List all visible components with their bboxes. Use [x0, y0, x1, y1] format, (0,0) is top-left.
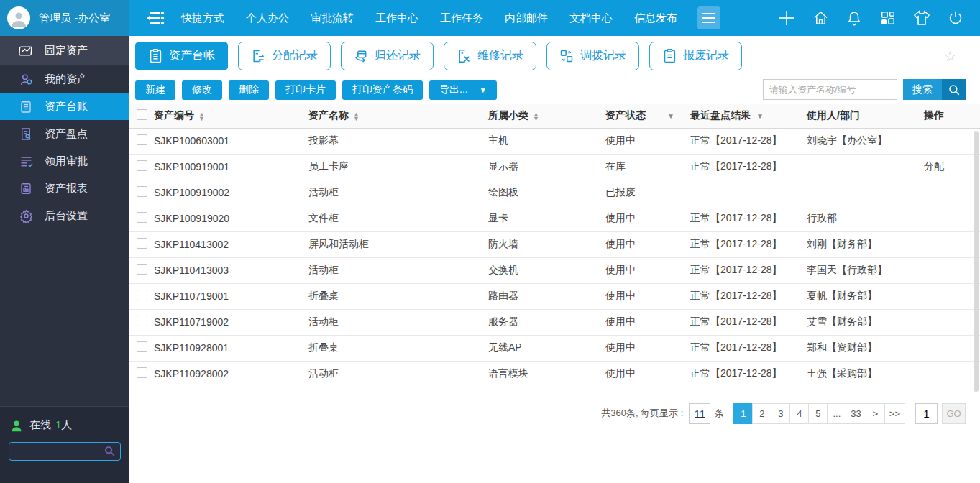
cell-action [924, 180, 980, 206]
top-menu-item-6[interactable]: 内部邮件 [505, 12, 548, 25]
top-menu-item-7[interactable]: 文档中心 [569, 12, 613, 25]
page-size-input[interactable] [689, 403, 710, 424]
tab-label: 调拨记录 [580, 48, 626, 63]
page-buttons: 12345...33>>> [734, 403, 905, 424]
cell-asset-code: SJKP110928002 [154, 361, 308, 387]
tab-repair[interactable]: 维修记录 [444, 42, 536, 70]
column-header-4[interactable]: 资产状态▼ [605, 104, 690, 128]
cell-user: 王强【采购部】 [807, 361, 924, 387]
table-row: SJKP110719001折叠桌路由器使用中正常【2017-12-28】夏帆【财… [129, 283, 980, 309]
top-menu-item-5[interactable]: 工作任务 [440, 12, 483, 25]
column-header-1[interactable]: 资产编号▲▼ [154, 104, 308, 128]
row-checkbox[interactable] [137, 160, 147, 171]
sort-icon[interactable]: ▲▼ [353, 112, 360, 121]
apps-grid-icon[interactable] [879, 9, 897, 27]
page-button-1[interactable]: 1 [733, 403, 753, 424]
tab-transfer[interactable]: 调拨记录 [546, 42, 639, 70]
page-button-33[interactable]: 33 [846, 403, 866, 424]
page-button-4[interactable]: 4 [789, 403, 809, 424]
ledger-icon [19, 99, 33, 114]
plus-icon[interactable] [778, 9, 795, 27]
select-all-checkbox[interactable] [137, 109, 147, 120]
cell-category: 路由器 [488, 283, 605, 309]
page-jump-input[interactable] [915, 403, 938, 424]
toolbar-button-5[interactable]: 打印资产条码 [342, 80, 423, 100]
go-button[interactable]: GO [942, 403, 966, 424]
tab-scrap[interactable]: 报废记录 [649, 42, 742, 70]
favorite-star-icon[interactable]: ☆ [944, 48, 956, 65]
sidebar-item-user[interactable]: 我的资产 [0, 65, 129, 93]
sidebar-module-header[interactable]: 固定资产 [0, 36, 129, 65]
row-checkbox[interactable] [137, 212, 147, 223]
top-menu-item-8[interactable]: 信息发布 [634, 12, 677, 25]
row-checkbox[interactable] [137, 341, 147, 352]
cell-asset-code: SJKP110928001 [154, 335, 308, 361]
toolbar-button-4[interactable]: 打印卡片 [275, 80, 336, 100]
sidebar-item-ledger[interactable]: 资产台账 [0, 93, 129, 120]
sort-icon[interactable]: ▲▼ [198, 112, 205, 121]
sidebar-item-approval[interactable]: 领用审批 [0, 147, 129, 175]
column-header-7: 操作 [924, 104, 980, 128]
cell-asset-name: 屏风和活动柜 [308, 231, 488, 257]
search-button[interactable]: 搜索 [903, 79, 966, 100]
column-header-5[interactable]: 最近盘点结果▼ [690, 104, 807, 128]
cell-asset-name: 活动柜 [308, 257, 488, 283]
cell-asset-name: 活动柜 [308, 361, 488, 387]
cell-status: 使用中 [605, 335, 690, 361]
row-checkbox[interactable] [137, 238, 147, 249]
toolbar-button-3[interactable]: 删除 [229, 80, 269, 100]
row-checkbox[interactable] [137, 186, 147, 197]
repair-icon [457, 49, 471, 63]
column-header-2[interactable]: 资产名称▲▼ [308, 104, 488, 128]
vertical-scrollbar[interactable] [974, 131, 979, 392]
online-status: 在线 1人 [10, 418, 129, 432]
cell-action [924, 335, 980, 361]
row-checkbox-cell [129, 257, 154, 283]
cell-user: 郑和【资财部】 [807, 335, 924, 361]
sidebar-item-gear[interactable]: 后台设置 [0, 202, 129, 229]
sidebar-item-report[interactable]: 资产报表 [0, 175, 129, 202]
top-menu-item-3[interactable]: 审批流转 [311, 12, 354, 25]
tab-return[interactable]: 归还记录 [341, 42, 434, 70]
top-menu-item-2[interactable]: 个人办公 [246, 12, 289, 25]
row-checkbox[interactable] [137, 367, 147, 378]
tab-assign[interactable]: 分配记录 [238, 42, 331, 70]
page-button-5[interactable]: 5 [808, 403, 828, 424]
sort-icon[interactable]: ▲▼ [533, 112, 539, 121]
filter-dropdown-icon[interactable]: ▼ [667, 112, 674, 120]
last-page-button[interactable]: >> [884, 403, 905, 424]
tab-clipboard[interactable]: 资产台帐 [135, 42, 228, 70]
cell-status: 使用中 [605, 231, 690, 257]
table-row: SJKP110413002屏风和活动柜防火墙使用中正常【2017-12-28】刘… [129, 231, 980, 257]
toolbar-button-2[interactable]: 修改 [182, 80, 222, 100]
column-label: 资产状态 [605, 109, 646, 121]
sidebar-item-inventory[interactable]: 资产盘点 [0, 120, 129, 147]
top-menu-item-4[interactable]: 工作中心 [375, 12, 418, 25]
bell-icon[interactable] [846, 9, 863, 27]
more-menu-button[interactable] [697, 6, 720, 29]
filter-dropdown-icon[interactable]: ▼ [756, 112, 764, 120]
search-input[interactable] [763, 79, 897, 100]
page-button-3[interactable]: 3 [771, 403, 790, 424]
top-menu-item-1[interactable]: 快捷方式 [181, 12, 224, 25]
row-checkbox[interactable] [137, 264, 147, 275]
theme-shirt-icon[interactable] [913, 9, 930, 27]
column-header-3[interactable]: 所属小类▲▼ [488, 104, 605, 128]
home-icon[interactable] [812, 9, 829, 27]
row-checkbox[interactable] [137, 316, 147, 326]
clipboard-icon [148, 49, 162, 63]
sidebar-collapse-icon[interactable] [142, 7, 168, 29]
current-user[interactable]: 管理员 -办公室 [0, 0, 129, 36]
toolbar-button-1[interactable]: 新建 [135, 80, 175, 100]
cell-asset-name: 投影幕 [308, 128, 488, 154]
sidebar-search-icon[interactable] [104, 445, 116, 459]
online-suffix: 人 [61, 418, 72, 431]
row-checkbox[interactable] [137, 134, 147, 145]
export-button[interactable]: 导出...▼ [429, 80, 497, 100]
row-checkbox[interactable] [137, 290, 147, 300]
assign-link[interactable]: 分配 [924, 160, 944, 172]
next-page-button[interactable]: > [866, 403, 885, 424]
page-button-2[interactable]: 2 [752, 403, 771, 424]
power-icon[interactable] [947, 9, 964, 27]
search-group: 搜索 [763, 79, 966, 100]
